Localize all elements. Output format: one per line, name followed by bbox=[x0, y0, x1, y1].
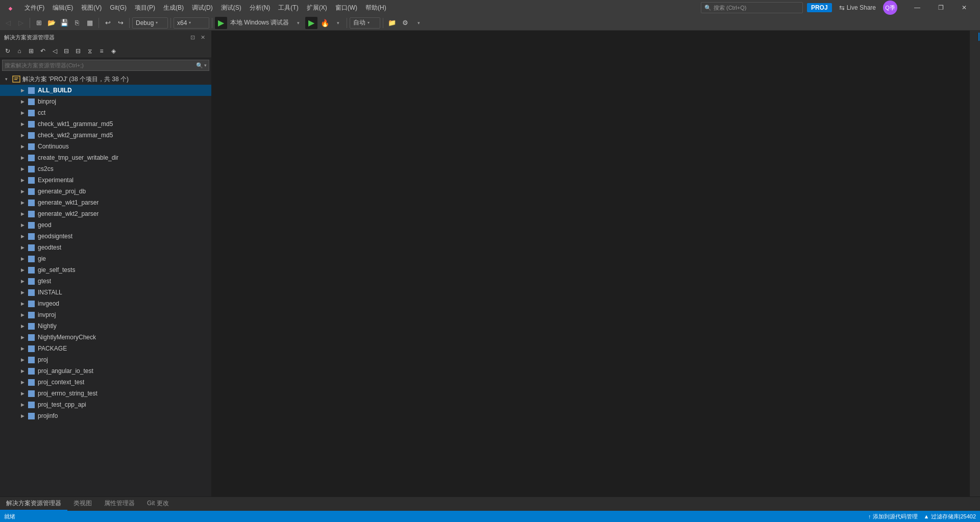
sidebar-server-explorer[interactable] bbox=[970, 33, 979, 41]
close-button[interactable]: ✕ bbox=[952, 0, 976, 15]
expand-arrow-gie_self_tests: ▶ bbox=[18, 266, 27, 274]
tree-item-invgeod[interactable]: ▶invgeod bbox=[0, 298, 211, 309]
tree-item-experimental[interactable]: ▶Experimental bbox=[0, 175, 211, 186]
sort-button[interactable]: ≡ bbox=[96, 45, 107, 57]
save-button[interactable]: 💾 bbox=[58, 17, 70, 29]
start-button[interactable]: ▶ bbox=[305, 17, 317, 29]
forward-button[interactable]: ▷ bbox=[15, 17, 27, 29]
pending-changes-button[interactable]: ↶ bbox=[37, 45, 48, 57]
tree-item-nightlymemorycheck[interactable]: ▶NightlyMemoryCheck bbox=[0, 332, 211, 343]
tree-item-generate_proj_db[interactable]: ▶generate_proj_db bbox=[0, 186, 211, 197]
tab-solution-explorer[interactable]: 解决方案资源管理器 bbox=[0, 497, 67, 511]
pin-button[interactable]: ⊡ bbox=[188, 33, 197, 42]
maximize-button[interactable]: ❐ bbox=[929, 0, 952, 15]
tree-item-nightly[interactable]: ▶Nightly bbox=[0, 320, 211, 332]
attach-arrow-button[interactable]: ▾ bbox=[332, 17, 344, 29]
live-share-button[interactable]: ⇆ Live Share bbox=[836, 3, 879, 13]
view-switch-button2[interactable]: ⊟ bbox=[72, 45, 84, 57]
sidebar-btn-3[interactable] bbox=[970, 85, 979, 105]
filter-storage[interactable]: ▲ 过滤存储库|25402 bbox=[924, 513, 976, 520]
tree-item-generate_wkt1_parser[interactable]: ▶generate_wkt1_parser bbox=[0, 197, 211, 208]
sidebar-btn-4[interactable] bbox=[970, 106, 979, 127]
solution-root-item[interactable]: ▾ 解决方案 'PROJ' (38 个项目，共 38 个) bbox=[0, 73, 211, 85]
main-toolbar: ◁ ▷ ⊞ 📂 💾 ⎘ ▦ ↩ ↪ Debug ▾ x64 ▾ ▶ 本地 Win… bbox=[0, 15, 980, 31]
run-button[interactable]: ▶ bbox=[215, 17, 227, 29]
menu-debug[interactable]: 调试(D) bbox=[188, 0, 217, 15]
sidebar-btn-2[interactable] bbox=[970, 63, 979, 84]
minimize-button[interactable]: — bbox=[905, 0, 929, 15]
sidebar-btn-1[interactable] bbox=[970, 42, 979, 62]
menu-git[interactable]: Git(G) bbox=[106, 0, 131, 15]
tree-item-gtest[interactable]: ▶gtest bbox=[0, 276, 211, 287]
global-search-box[interactable]: 🔍 搜索 (Ctrl+Q) bbox=[701, 2, 803, 13]
menu-extensions[interactable]: 扩展(X) bbox=[303, 0, 331, 15]
tree-item-invproj[interactable]: ▶invproj bbox=[0, 309, 211, 320]
tree-item-proj_angular_io_test[interactable]: ▶proj_angular_io_test bbox=[0, 365, 211, 377]
save-all-button[interactable]: ⎘ bbox=[71, 17, 83, 29]
view-switch-button[interactable]: ⊟ bbox=[61, 45, 72, 57]
panel-search-arrow[interactable]: ▾ bbox=[204, 63, 207, 68]
undo-toolbar-group: ↩ ↪ bbox=[102, 17, 127, 29]
tree-item-proj_context_test[interactable]: ▶proj_context_test bbox=[0, 377, 211, 388]
bottom-tabs: 解决方案资源管理器 类视图 属性管理器 Git 更改 bbox=[0, 496, 980, 511]
tree-item-gie[interactable]: ▶gie bbox=[0, 253, 211, 264]
undo-button[interactable]: ↩ bbox=[102, 17, 114, 29]
tree-item-package[interactable]: ▶PACKAGE bbox=[0, 343, 211, 354]
tree-item-proj[interactable]: ▶proj bbox=[0, 354, 211, 365]
attach-button[interactable]: 🔥 bbox=[318, 17, 331, 29]
tree-item-generate_wkt2_parser[interactable]: ▶generate_wkt2_parser bbox=[0, 208, 211, 219]
target-dropdown[interactable]: 自动 ▾ bbox=[350, 17, 380, 29]
menu-project[interactable]: 项目(P) bbox=[131, 0, 159, 15]
new-project-button[interactable]: ⊞ bbox=[33, 17, 45, 29]
menu-test[interactable]: 测试(S) bbox=[217, 0, 246, 15]
back-button[interactable]: ◁ bbox=[2, 17, 14, 29]
tree-item-proj_test_cpp_api[interactable]: ▶proj_test_cpp_api bbox=[0, 399, 211, 410]
settings-btn[interactable]: ⚙ bbox=[399, 17, 411, 29]
tab-properties[interactable]: 属性管理器 bbox=[98, 497, 141, 511]
tree-item-cct[interactable]: ▶cct bbox=[0, 107, 211, 118]
settings-arrow-btn[interactable]: ▾ bbox=[412, 17, 425, 29]
sync-button[interactable]: ↻ bbox=[2, 45, 13, 57]
tree-item-check_wkt1_grammar_md5[interactable]: ▶check_wkt1_grammar_md5 bbox=[0, 118, 211, 130]
platform-dropdown[interactable]: x64 ▾ bbox=[174, 17, 209, 29]
home-button[interactable]: ⌂ bbox=[14, 45, 25, 57]
tree-item-geodtest[interactable]: ▶geodtest bbox=[0, 242, 211, 253]
menu-tools[interactable]: 工具(T) bbox=[274, 0, 302, 15]
panel-close-button[interactable]: ✕ bbox=[198, 33, 207, 42]
tree-item-all_build[interactable]: ▶ALL_BUILD bbox=[0, 85, 211, 96]
preview-button[interactable]: ◈ bbox=[108, 45, 119, 57]
filter-button[interactable]: ⧖ bbox=[84, 45, 95, 57]
user-avatar[interactable]: Q季 bbox=[883, 1, 897, 15]
tree-item-geod[interactable]: ▶geod bbox=[0, 219, 211, 231]
menu-view[interactable]: 视图(V) bbox=[77, 0, 106, 15]
folder-btn[interactable]: 📁 bbox=[386, 17, 398, 29]
open-file-button[interactable]: 📂 bbox=[45, 17, 58, 29]
tree-item-geodsigntest[interactable]: ▶geodsigntest bbox=[0, 231, 211, 242]
tree-item-continuous[interactable]: ▶Continuous bbox=[0, 141, 211, 152]
config-dropdown[interactable]: Debug ▾ bbox=[132, 17, 168, 29]
menu-build[interactable]: 生成(B) bbox=[159, 0, 188, 15]
tab-class-view[interactable]: 类视图 bbox=[67, 497, 98, 511]
menu-edit[interactable]: 编辑(E) bbox=[48, 0, 77, 15]
show-all-button[interactable]: ⊞ bbox=[26, 45, 37, 57]
tree-item-install[interactable]: ▶INSTALL bbox=[0, 287, 211, 298]
add-to-source-control[interactable]: ↑ 添加到源代码管理 bbox=[868, 513, 918, 520]
tree-item-create_tmp_user_writable_dir[interactable]: ▶create_tmp_user_writable_dir bbox=[0, 152, 211, 163]
extra-button[interactable]: ▦ bbox=[84, 17, 96, 29]
menu-file[interactable]: 文件(F) bbox=[20, 0, 48, 15]
tree-item-gie_self_tests[interactable]: ▶gie_self_tests bbox=[0, 264, 211, 276]
tree-item-proj_errno_string_test[interactable]: ▶proj_errno_string_test bbox=[0, 388, 211, 399]
expand-arrow-gie: ▶ bbox=[18, 255, 27, 263]
redo-button[interactable]: ↪ bbox=[114, 17, 127, 29]
tab-git-changes[interactable]: Git 更改 bbox=[141, 497, 175, 511]
menu-analyze[interactable]: 分析(N) bbox=[246, 0, 275, 15]
back-nav-button[interactable]: ◁ bbox=[49, 45, 60, 57]
debug-arrow-button[interactable]: ▾ bbox=[292, 17, 304, 29]
tree-item-binproj[interactable]: ▶binproj bbox=[0, 96, 211, 107]
tree-item-cs2cs[interactable]: ▶cs2cs bbox=[0, 163, 211, 175]
tree-item-check_wkt2_grammar_md5[interactable]: ▶check_wkt2_grammar_md5 bbox=[0, 130, 211, 141]
panel-search-input[interactable] bbox=[5, 62, 196, 68]
menu-window[interactable]: 窗口(W) bbox=[331, 0, 361, 15]
menu-help[interactable]: 帮助(H) bbox=[361, 0, 390, 15]
tree-item-projinfo[interactable]: ▶projinfo bbox=[0, 410, 211, 421]
